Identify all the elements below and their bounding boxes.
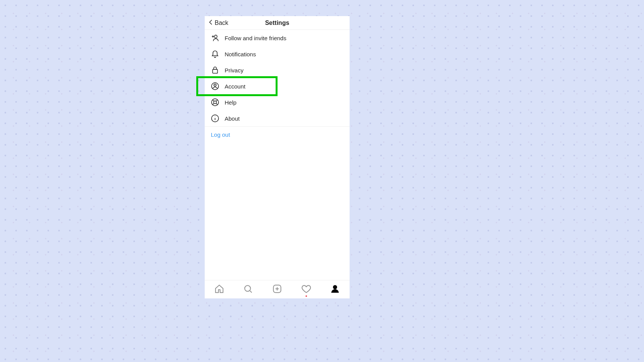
- search-icon: [243, 284, 253, 295]
- back-button[interactable]: Back: [208, 19, 228, 27]
- create-tab[interactable]: [272, 284, 283, 295]
- phone-screen: Back Settings Follow and invite friends …: [205, 16, 350, 298]
- profile-tab[interactable]: [330, 284, 340, 295]
- menu-item-about[interactable]: About: [205, 110, 350, 126]
- notification-dot: [306, 295, 307, 297]
- svg-point-9: [245, 285, 251, 291]
- svg-point-0: [214, 35, 217, 38]
- home-tab[interactable]: [214, 284, 225, 295]
- menu-item-help[interactable]: Help: [205, 94, 350, 110]
- svg-line-10: [250, 290, 252, 292]
- chevron-left-icon: [208, 19, 214, 27]
- heart-icon: [301, 284, 311, 295]
- lifebuoy-icon: [211, 98, 219, 106]
- spacer: [205, 143, 350, 280]
- menu-item-label: Follow and invite friends: [225, 35, 286, 41]
- settings-menu: Follow and invite friends Notifications …: [205, 30, 350, 143]
- back-label: Back: [215, 20, 228, 26]
- add-person-icon: [211, 34, 219, 42]
- create-icon: [272, 284, 282, 295]
- menu-item-label: About: [225, 115, 240, 122]
- home-icon: [214, 284, 224, 295]
- menu-item-label: Privacy: [225, 67, 243, 74]
- bell-icon: [211, 50, 219, 58]
- menu-item-privacy[interactable]: Privacy: [205, 62, 350, 78]
- header-bar: Back Settings: [205, 16, 350, 30]
- svg-point-5: [214, 101, 216, 103]
- info-icon: [211, 114, 219, 123]
- menu-item-label: Account: [225, 83, 245, 90]
- person-icon: [330, 284, 340, 295]
- menu-item-notifications[interactable]: Notifications: [205, 46, 350, 62]
- activity-tab[interactable]: [301, 284, 312, 295]
- menu-item-label: Notifications: [225, 51, 256, 57]
- svg-rect-1: [213, 69, 218, 73]
- bottom-tab-bar: [205, 280, 350, 298]
- svg-point-12: [333, 285, 337, 289]
- svg-point-3: [214, 84, 216, 86]
- user-circle-icon: [211, 82, 219, 90]
- search-tab[interactable]: [243, 284, 253, 295]
- menu-item-label: Help: [225, 99, 237, 106]
- logout-link[interactable]: Log out: [205, 127, 350, 143]
- menu-item-follow-invite[interactable]: Follow and invite friends: [205, 30, 350, 46]
- lock-icon: [211, 66, 219, 74]
- menu-item-account[interactable]: Account: [205, 78, 350, 94]
